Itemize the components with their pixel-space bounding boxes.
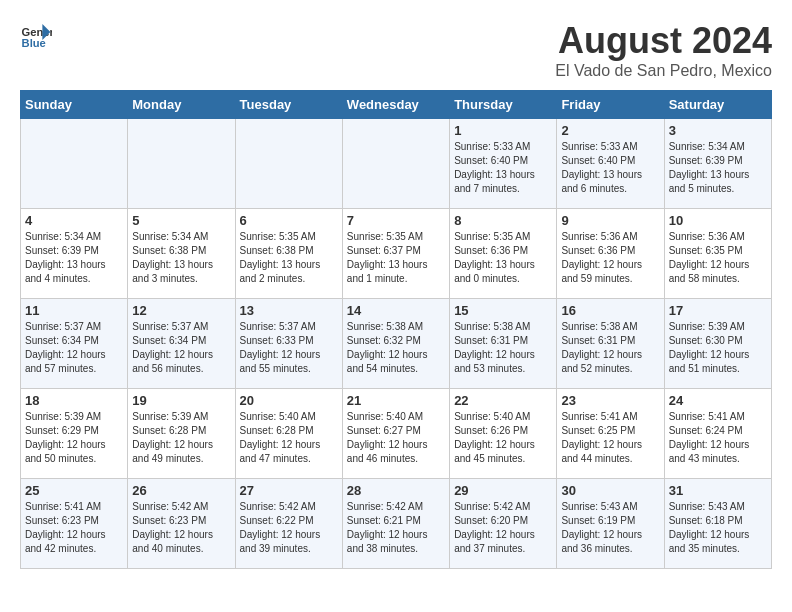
weekday-header-friday: Friday: [557, 91, 664, 119]
day-number: 25: [25, 483, 123, 498]
day-info: Sunrise: 5:40 AM Sunset: 6:26 PM Dayligh…: [454, 410, 552, 466]
day-number: 11: [25, 303, 123, 318]
calendar-cell: 8Sunrise: 5:35 AM Sunset: 6:36 PM Daylig…: [450, 209, 557, 299]
week-row-2: 4Sunrise: 5:34 AM Sunset: 6:39 PM Daylig…: [21, 209, 772, 299]
calendar-cell: 7Sunrise: 5:35 AM Sunset: 6:37 PM Daylig…: [342, 209, 449, 299]
day-number: 20: [240, 393, 338, 408]
day-number: 15: [454, 303, 552, 318]
day-number: 9: [561, 213, 659, 228]
day-number: 23: [561, 393, 659, 408]
day-number: 31: [669, 483, 767, 498]
day-info: Sunrise: 5:41 AM Sunset: 6:24 PM Dayligh…: [669, 410, 767, 466]
weekday-header-sunday: Sunday: [21, 91, 128, 119]
calendar-cell: 2Sunrise: 5:33 AM Sunset: 6:40 PM Daylig…: [557, 119, 664, 209]
calendar-cell: 19Sunrise: 5:39 AM Sunset: 6:28 PM Dayli…: [128, 389, 235, 479]
day-number: 1: [454, 123, 552, 138]
day-info: Sunrise: 5:35 AM Sunset: 6:37 PM Dayligh…: [347, 230, 445, 286]
day-number: 12: [132, 303, 230, 318]
day-info: Sunrise: 5:34 AM Sunset: 6:39 PM Dayligh…: [669, 140, 767, 196]
calendar-cell: 20Sunrise: 5:40 AM Sunset: 6:28 PM Dayli…: [235, 389, 342, 479]
day-number: 3: [669, 123, 767, 138]
day-number: 26: [132, 483, 230, 498]
weekday-header-wednesday: Wednesday: [342, 91, 449, 119]
calendar-cell: [21, 119, 128, 209]
weekday-header-thursday: Thursday: [450, 91, 557, 119]
day-number: 30: [561, 483, 659, 498]
calendar-cell: 23Sunrise: 5:41 AM Sunset: 6:25 PM Dayli…: [557, 389, 664, 479]
week-row-1: 1Sunrise: 5:33 AM Sunset: 6:40 PM Daylig…: [21, 119, 772, 209]
day-number: 22: [454, 393, 552, 408]
day-info: Sunrise: 5:35 AM Sunset: 6:36 PM Dayligh…: [454, 230, 552, 286]
calendar-cell: 18Sunrise: 5:39 AM Sunset: 6:29 PM Dayli…: [21, 389, 128, 479]
day-info: Sunrise: 5:38 AM Sunset: 6:31 PM Dayligh…: [561, 320, 659, 376]
day-number: 21: [347, 393, 445, 408]
calendar-cell: 1Sunrise: 5:33 AM Sunset: 6:40 PM Daylig…: [450, 119, 557, 209]
weekday-header-row: SundayMondayTuesdayWednesdayThursdayFrid…: [21, 91, 772, 119]
day-info: Sunrise: 5:40 AM Sunset: 6:28 PM Dayligh…: [240, 410, 338, 466]
day-info: Sunrise: 5:43 AM Sunset: 6:18 PM Dayligh…: [669, 500, 767, 556]
calendar-cell: 14Sunrise: 5:38 AM Sunset: 6:32 PM Dayli…: [342, 299, 449, 389]
day-info: Sunrise: 5:39 AM Sunset: 6:29 PM Dayligh…: [25, 410, 123, 466]
day-info: Sunrise: 5:39 AM Sunset: 6:30 PM Dayligh…: [669, 320, 767, 376]
day-number: 19: [132, 393, 230, 408]
day-info: Sunrise: 5:42 AM Sunset: 6:22 PM Dayligh…: [240, 500, 338, 556]
calendar-cell: [128, 119, 235, 209]
day-number: 24: [669, 393, 767, 408]
weekday-header-monday: Monday: [128, 91, 235, 119]
day-number: 17: [669, 303, 767, 318]
day-number: 5: [132, 213, 230, 228]
calendar-cell: 27Sunrise: 5:42 AM Sunset: 6:22 PM Dayli…: [235, 479, 342, 569]
location-text: El Vado de San Pedro, Mexico: [555, 62, 772, 80]
day-number: 29: [454, 483, 552, 498]
day-info: Sunrise: 5:43 AM Sunset: 6:19 PM Dayligh…: [561, 500, 659, 556]
calendar-cell: 5Sunrise: 5:34 AM Sunset: 6:38 PM Daylig…: [128, 209, 235, 299]
day-info: Sunrise: 5:39 AM Sunset: 6:28 PM Dayligh…: [132, 410, 230, 466]
calendar-cell: 9Sunrise: 5:36 AM Sunset: 6:36 PM Daylig…: [557, 209, 664, 299]
day-number: 13: [240, 303, 338, 318]
day-number: 7: [347, 213, 445, 228]
day-info: Sunrise: 5:36 AM Sunset: 6:36 PM Dayligh…: [561, 230, 659, 286]
day-number: 14: [347, 303, 445, 318]
week-row-3: 11Sunrise: 5:37 AM Sunset: 6:34 PM Dayli…: [21, 299, 772, 389]
calendar-cell: 31Sunrise: 5:43 AM Sunset: 6:18 PM Dayli…: [664, 479, 771, 569]
day-number: 10: [669, 213, 767, 228]
svg-text:Blue: Blue: [22, 37, 46, 49]
calendar-cell: 25Sunrise: 5:41 AM Sunset: 6:23 PM Dayli…: [21, 479, 128, 569]
day-number: 8: [454, 213, 552, 228]
day-number: 27: [240, 483, 338, 498]
calendar-cell: 29Sunrise: 5:42 AM Sunset: 6:20 PM Dayli…: [450, 479, 557, 569]
day-info: Sunrise: 5:37 AM Sunset: 6:33 PM Dayligh…: [240, 320, 338, 376]
calendar-cell: 28Sunrise: 5:42 AM Sunset: 6:21 PM Dayli…: [342, 479, 449, 569]
calendar-cell: 26Sunrise: 5:42 AM Sunset: 6:23 PM Dayli…: [128, 479, 235, 569]
day-info: Sunrise: 5:37 AM Sunset: 6:34 PM Dayligh…: [25, 320, 123, 376]
day-info: Sunrise: 5:33 AM Sunset: 6:40 PM Dayligh…: [454, 140, 552, 196]
title-area: August 2024 El Vado de San Pedro, Mexico: [555, 20, 772, 80]
calendar-cell: 3Sunrise: 5:34 AM Sunset: 6:39 PM Daylig…: [664, 119, 771, 209]
day-info: Sunrise: 5:35 AM Sunset: 6:38 PM Dayligh…: [240, 230, 338, 286]
calendar-cell: 22Sunrise: 5:40 AM Sunset: 6:26 PM Dayli…: [450, 389, 557, 479]
header: General Blue August 2024 El Vado de San …: [20, 20, 772, 80]
day-info: Sunrise: 5:38 AM Sunset: 6:31 PM Dayligh…: [454, 320, 552, 376]
calendar-cell: 30Sunrise: 5:43 AM Sunset: 6:19 PM Dayli…: [557, 479, 664, 569]
day-info: Sunrise: 5:42 AM Sunset: 6:23 PM Dayligh…: [132, 500, 230, 556]
day-info: Sunrise: 5:42 AM Sunset: 6:21 PM Dayligh…: [347, 500, 445, 556]
day-number: 6: [240, 213, 338, 228]
weekday-header-tuesday: Tuesday: [235, 91, 342, 119]
calendar-cell: 21Sunrise: 5:40 AM Sunset: 6:27 PM Dayli…: [342, 389, 449, 479]
calendar-cell: [342, 119, 449, 209]
day-info: Sunrise: 5:41 AM Sunset: 6:25 PM Dayligh…: [561, 410, 659, 466]
calendar-cell: 15Sunrise: 5:38 AM Sunset: 6:31 PM Dayli…: [450, 299, 557, 389]
day-number: 28: [347, 483, 445, 498]
calendar-cell: 12Sunrise: 5:37 AM Sunset: 6:34 PM Dayli…: [128, 299, 235, 389]
calendar-table: SundayMondayTuesdayWednesdayThursdayFrid…: [20, 90, 772, 569]
calendar-cell: 24Sunrise: 5:41 AM Sunset: 6:24 PM Dayli…: [664, 389, 771, 479]
calendar-cell: 4Sunrise: 5:34 AM Sunset: 6:39 PM Daylig…: [21, 209, 128, 299]
calendar-cell: 11Sunrise: 5:37 AM Sunset: 6:34 PM Dayli…: [21, 299, 128, 389]
day-info: Sunrise: 5:42 AM Sunset: 6:20 PM Dayligh…: [454, 500, 552, 556]
calendar-cell: 16Sunrise: 5:38 AM Sunset: 6:31 PM Dayli…: [557, 299, 664, 389]
day-info: Sunrise: 5:34 AM Sunset: 6:39 PM Dayligh…: [25, 230, 123, 286]
month-year-title: August 2024: [555, 20, 772, 62]
weekday-header-saturday: Saturday: [664, 91, 771, 119]
day-info: Sunrise: 5:36 AM Sunset: 6:35 PM Dayligh…: [669, 230, 767, 286]
day-number: 2: [561, 123, 659, 138]
